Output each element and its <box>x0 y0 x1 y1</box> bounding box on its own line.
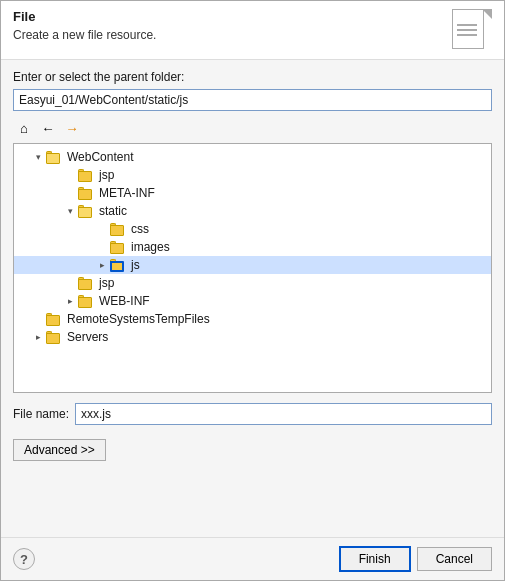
folder-toolbar: ⌂ ← → <box>13 117 492 139</box>
tree-item-label: jsp <box>99 276 114 290</box>
tree-item-label: css <box>131 222 149 236</box>
folder-body <box>78 189 92 200</box>
dialog-title: File <box>13 9 156 24</box>
dialog-body: Enter or select the parent folder: ⌂ ← →… <box>1 60 504 504</box>
file-icon-line <box>457 24 477 26</box>
help-button[interactable]: ? <box>13 548 35 570</box>
back-icon: ← <box>41 121 54 136</box>
folder-body <box>46 333 60 344</box>
forward-button[interactable]: → <box>61 117 83 139</box>
folder-icon <box>110 241 126 254</box>
tree-item[interactable]: RemoteSystemsTempFiles <box>14 310 491 328</box>
tree-expander <box>30 311 46 327</box>
file-icon-lines <box>457 24 477 39</box>
back-button[interactable]: ← <box>37 117 59 139</box>
tree-item[interactable]: ▾ static <box>14 202 491 220</box>
filename-input[interactable] <box>75 403 492 425</box>
folder-body <box>78 171 92 182</box>
folder-icon <box>78 169 94 182</box>
finish-button[interactable]: Finish <box>339 546 411 572</box>
footer-right: Finish Cancel <box>339 546 492 572</box>
tree-expander <box>62 185 78 201</box>
folder-icon <box>78 277 94 290</box>
home-button[interactable]: ⌂ <box>13 117 35 139</box>
folder-icon <box>78 187 94 200</box>
filename-label: File name: <box>13 407 69 421</box>
folder-body <box>78 297 92 308</box>
tree-item[interactable]: ▸ js <box>14 256 491 274</box>
folder-body <box>78 279 92 290</box>
tree-item[interactable]: css <box>14 220 491 238</box>
file-icon-body <box>452 9 484 49</box>
folder-icon <box>46 151 62 164</box>
footer-left: ? <box>13 548 35 570</box>
tree-item-label: static <box>99 204 127 218</box>
folder-body <box>110 261 124 272</box>
folder-body <box>110 225 124 236</box>
tree-item-label: jsp <box>99 168 114 182</box>
file-icon <box>452 9 492 55</box>
tree-expander <box>62 275 78 291</box>
tree-item[interactable]: META-INF <box>14 184 491 202</box>
filename-row: File name: <box>13 403 492 425</box>
dialog-subtitle: Create a new file resource. <box>13 28 156 42</box>
tree-item-label: images <box>131 240 170 254</box>
tree-item[interactable]: ▾ WebContent <box>14 148 491 166</box>
file-icon-fold <box>482 9 492 19</box>
dialog-header: File Create a new file resource. <box>1 1 504 60</box>
tree-item[interactable]: ▸ WEB-INF <box>14 292 491 310</box>
tree-item-label: Servers <box>67 330 108 344</box>
home-icon: ⌂ <box>20 121 28 136</box>
folder-icon <box>78 295 94 308</box>
tree-item-label: WEB-INF <box>99 294 150 308</box>
tree-item[interactable]: jsp <box>14 166 491 184</box>
tree-item[interactable]: ▸ Servers <box>14 328 491 346</box>
tree-expander: ▾ <box>62 203 78 219</box>
path-input[interactable] <box>13 89 492 111</box>
tree-item-label: RemoteSystemsTempFiles <box>67 312 210 326</box>
cancel-button[interactable]: Cancel <box>417 547 492 571</box>
dialog-footer: ? Finish Cancel <box>1 537 504 580</box>
tree-item[interactable]: jsp <box>14 274 491 292</box>
folder-icon <box>110 259 126 272</box>
file-icon-line <box>457 29 477 31</box>
file-dialog: File Create a new file resource. Enter o… <box>0 0 505 581</box>
filename-section: File name: <box>13 403 492 425</box>
tree-item-label: META-INF <box>99 186 155 200</box>
tree-expander: ▾ <box>30 149 46 165</box>
forward-icon: → <box>65 121 78 136</box>
section-label: Enter or select the parent folder: <box>13 70 492 84</box>
tree-expander <box>94 221 110 237</box>
folder-icon <box>110 223 126 236</box>
header-text: File Create a new file resource. <box>13 9 156 42</box>
advanced-button[interactable]: Advanced >> <box>13 439 106 461</box>
tree-item[interactable]: images <box>14 238 491 256</box>
folder-tree[interactable]: ▾ WebContent jsp META-INF▾ static css im… <box>13 143 492 393</box>
tree-expander <box>62 167 78 183</box>
tree-expander <box>94 239 110 255</box>
folder-icon <box>46 313 62 326</box>
tree-expander: ▸ <box>30 329 46 345</box>
folder-icon <box>78 205 94 218</box>
tree-expander: ▸ <box>62 293 78 309</box>
folder-body <box>46 153 60 164</box>
tree-item-label: WebContent <box>67 150 134 164</box>
tree-expander: ▸ <box>94 257 110 273</box>
file-icon-line <box>457 34 477 36</box>
folder-icon <box>46 331 62 344</box>
tree-item-label: js <box>131 258 140 272</box>
folder-body <box>78 207 92 218</box>
folder-body <box>110 243 124 254</box>
folder-body <box>46 315 60 326</box>
